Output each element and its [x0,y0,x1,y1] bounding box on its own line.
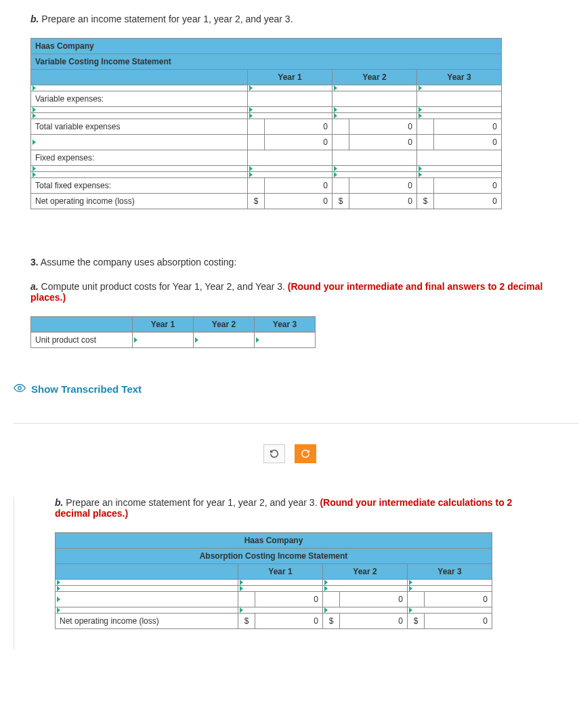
variable-costing-table: Haas Company Variable Costing Income Sta… [30,38,502,209]
cell-input[interactable] [333,166,417,172]
cell [408,592,425,607]
cell [248,91,333,107]
cell [417,91,502,107]
dollar-sign: $ [248,194,265,209]
q3a-text: Compute unit product costs for Year 1, Y… [39,281,288,292]
cell-input[interactable] [417,107,502,113]
cell [417,119,434,135]
net-op-label: Net operating income (loss) [56,614,238,629]
cell-input[interactable] [417,113,502,119]
row-input[interactable] [56,607,238,614]
total-fixed-label: Total fixed expenses: [31,178,248,194]
cell-input[interactable] [417,166,502,172]
tv-y3: 0 [434,119,502,135]
unit-cost-label: Unit product cost [31,333,133,348]
cell-input[interactable] [255,333,316,348]
l3-y2: 0 [340,592,408,607]
cell [417,150,502,166]
show-transcribed-text-link[interactable]: Show Transcribed Text [0,368,579,423]
cell [238,592,255,607]
total-var-exp-label: Total variable expenses [31,119,248,135]
row-input[interactable] [31,113,248,119]
cell-input[interactable] [194,333,255,348]
blank-header [31,70,248,85]
cell-input[interactable] [238,586,323,592]
row-input[interactable] [56,592,238,607]
tf-y1: 0 [265,178,333,194]
l3-y1: 0 [255,592,323,607]
year1-header: Year 1 [238,564,323,580]
cell-input[interactable] [238,580,323,586]
year2-header: Year 2 [194,317,255,333]
cell [333,178,349,194]
dollar-sign: $ [408,614,425,629]
cell [248,178,265,194]
undo-button[interactable] [263,444,285,463]
cell [248,150,333,166]
row-input[interactable] [31,166,248,172]
cell-input[interactable] [248,166,333,172]
cell [333,135,349,150]
year1-header: Year 1 [133,317,194,333]
letter-b: b. [55,497,63,508]
cell-input[interactable] [323,586,408,592]
dollar-sign: $ [323,614,340,629]
cell [323,592,340,607]
redo-button[interactable] [295,444,316,463]
var-exp-label: Variable expenses: [31,91,248,107]
cell-input[interactable] [333,172,417,178]
blank-header [56,564,238,580]
cell-input[interactable] [248,113,333,119]
unit-product-cost-table: Year 1 Year 2 Year 3 Unit product cost [30,316,316,348]
tf-y2: 0 [349,178,417,194]
row-input[interactable] [31,172,248,178]
cell-input[interactable] [333,113,417,119]
statement-title: Variable Costing Income Statement [31,54,502,70]
cell-input[interactable] [248,107,333,113]
row-input[interactable] [31,85,248,91]
year3-header: Year 3 [408,564,492,580]
cell-input[interactable] [333,107,417,113]
tv-y1: 0 [265,119,333,135]
row-input[interactable] [31,107,248,113]
blank-header [31,317,133,333]
cell-input[interactable] [133,333,194,348]
l3-y3: 0 [425,592,492,607]
cell-input[interactable] [408,580,492,586]
year2-header: Year 2 [323,564,408,580]
tv-y2: 0 [349,119,417,135]
cell-input[interactable] [323,580,408,586]
b4-y1: 0 [265,135,333,150]
no-y3: 0 [434,194,502,209]
year3-header: Year 3 [417,70,502,85]
cell-input[interactable] [417,172,502,178]
cell-input[interactable] [323,607,408,614]
no-y3: 0 [425,614,492,629]
q3-text: Assume the company uses absorption costi… [39,257,237,267]
cell-input[interactable] [408,607,492,614]
cell-input[interactable] [417,85,502,91]
row-input[interactable] [56,586,238,592]
cell-input[interactable] [238,607,323,614]
no-y1: 0 [265,194,333,209]
net-op-label: Net operating income (loss) [31,194,248,209]
question-b-bottom: b. Prepare an income statement for year … [55,497,549,519]
letter-a: a. [30,281,39,292]
cell-input[interactable] [248,85,333,91]
absorption-costing-table: Haas Company Absorption Costing Income S… [55,532,492,629]
cell [248,119,265,135]
row-input[interactable] [56,580,238,586]
cell-input[interactable] [248,172,333,178]
year3-header: Year 3 [255,317,316,333]
q-b-text: Prepare an income statement for year 1, … [39,14,293,24]
cell [248,135,265,150]
company-header: Haas Company [31,39,502,54]
dollar-sign: $ [333,194,349,209]
cell-input[interactable] [408,586,492,592]
b4-y3: 0 [434,135,502,150]
q3-prefix: 3. [30,257,39,267]
cell-input[interactable] [333,85,417,91]
no-y1: 0 [255,614,323,629]
row-input[interactable] [31,135,248,150]
cell [333,119,349,135]
